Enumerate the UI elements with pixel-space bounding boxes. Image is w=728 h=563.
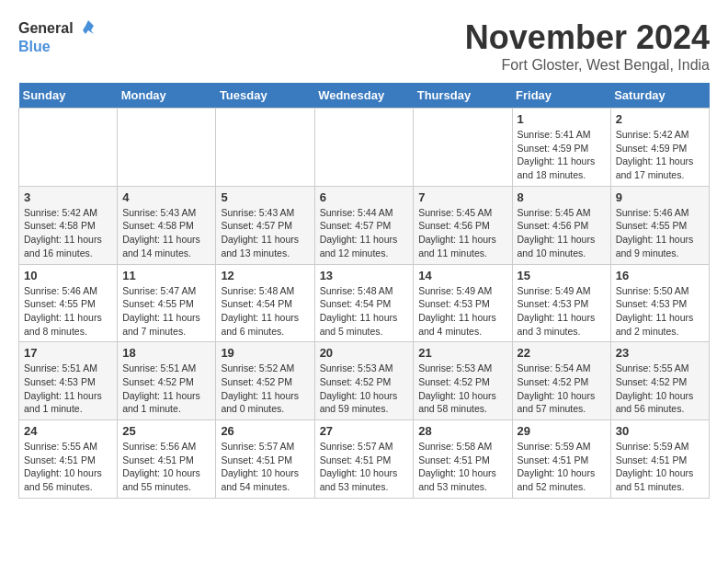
day-info: Sunrise: 5:54 AM Sunset: 4:52 PM Dayligh… [518,362,606,416]
day-info: Sunrise: 5:45 AM Sunset: 4:56 PM Dayligh… [418,206,506,260]
day-number: 7 [418,190,506,204]
calendar-cell: 19Sunrise: 5:52 AM Sunset: 4:52 PM Dayli… [216,342,314,420]
day-info: Sunrise: 5:41 AM Sunset: 4:59 PM Dayligh… [518,128,606,182]
calendar-week-row: 24Sunrise: 5:55 AM Sunset: 4:51 PM Dayli… [19,420,710,499]
day-info: Sunrise: 5:44 AM Sunset: 4:57 PM Dayligh… [320,206,409,260]
calendar-cell [118,109,216,187]
day-number: 10 [24,269,112,282]
header: General Blue November 2024 Fort Gloster,… [18,18,710,74]
calendar-cell: 10Sunrise: 5:46 AM Sunset: 4:55 PM Dayli… [19,264,118,342]
calendar-cell: 14Sunrise: 5:49 AM Sunset: 4:53 PM Dayli… [414,264,512,342]
calendar-cell: 29Sunrise: 5:59 AM Sunset: 4:51 PM Dayli… [512,420,610,499]
calendar-cell: 26Sunrise: 5:57 AM Sunset: 4:51 PM Dayli… [216,420,314,499]
day-info: Sunrise: 5:50 AM Sunset: 4:53 PM Dayligh… [616,284,704,339]
day-number: 14 [418,269,506,282]
day-number: 28 [418,424,506,438]
calendar-col-header: Monday [118,83,216,109]
day-info: Sunrise: 5:51 AM Sunset: 4:52 PM Dayligh… [122,362,210,416]
calendar-cell: 7Sunrise: 5:45 AM Sunset: 4:56 PM Daylig… [414,186,512,264]
calendar-week-row: 10Sunrise: 5:46 AM Sunset: 4:55 PM Dayli… [19,264,710,342]
calendar-cell: 27Sunrise: 5:57 AM Sunset: 4:51 PM Dayli… [314,420,414,499]
day-number: 2 [616,112,704,126]
day-info: Sunrise: 5:45 AM Sunset: 4:56 PM Dayligh… [518,206,606,260]
day-number: 3 [24,190,112,204]
calendar-cell: 9Sunrise: 5:46 AM Sunset: 4:55 PM Daylig… [610,186,709,264]
calendar-cell: 2Sunrise: 5:42 AM Sunset: 4:59 PM Daylig… [610,109,709,187]
day-info: Sunrise: 5:53 AM Sunset: 4:52 PM Dayligh… [418,362,506,416]
day-number: 16 [616,269,704,282]
day-info: Sunrise: 5:59 AM Sunset: 4:51 PM Dayligh… [518,440,606,494]
calendar-cell: 18Sunrise: 5:51 AM Sunset: 4:52 PM Dayli… [118,342,216,420]
day-number: 23 [616,346,704,360]
calendar-cell: 20Sunrise: 5:53 AM Sunset: 4:52 PM Dayli… [314,342,414,420]
day-info: Sunrise: 5:55 AM Sunset: 4:51 PM Dayligh… [24,440,112,494]
day-number: 29 [518,424,606,438]
day-number: 25 [122,424,210,438]
calendar-week-row: 1Sunrise: 5:41 AM Sunset: 4:59 PM Daylig… [19,109,710,187]
day-info: Sunrise: 5:42 AM Sunset: 4:58 PM Dayligh… [24,206,112,260]
day-number: 18 [122,346,210,360]
subtitle: Fort Gloster, West Bengal, India [465,57,710,74]
day-info: Sunrise: 5:49 AM Sunset: 4:53 PM Dayligh… [418,284,506,339]
day-info: Sunrise: 5:57 AM Sunset: 4:51 PM Dayligh… [221,440,309,494]
day-info: Sunrise: 5:55 AM Sunset: 4:52 PM Dayligh… [616,362,704,416]
day-info: Sunrise: 5:51 AM Sunset: 4:53 PM Dayligh… [24,362,112,416]
calendar-table: SundayMondayTuesdayWednesdayThursdayFrid… [18,83,710,499]
day-number: 13 [320,269,409,282]
day-number: 19 [221,346,309,360]
day-info: Sunrise: 5:53 AM Sunset: 4:52 PM Dayligh… [320,362,409,416]
calendar-cell [216,109,314,187]
calendar-cell: 28Sunrise: 5:58 AM Sunset: 4:51 PM Dayli… [414,420,512,499]
day-number: 15 [518,269,606,282]
calendar-cell [19,109,118,187]
day-number: 6 [320,190,409,204]
calendar-cell: 6Sunrise: 5:44 AM Sunset: 4:57 PM Daylig… [314,186,414,264]
day-info: Sunrise: 5:47 AM Sunset: 4:55 PM Dayligh… [122,284,210,339]
day-info: Sunrise: 5:56 AM Sunset: 4:51 PM Dayligh… [122,440,210,494]
calendar-header-row: SundayMondayTuesdayWednesdayThursdayFrid… [19,83,710,109]
day-info: Sunrise: 5:48 AM Sunset: 4:54 PM Dayligh… [320,284,409,339]
calendar-cell: 13Sunrise: 5:48 AM Sunset: 4:54 PM Dayli… [314,264,414,342]
day-info: Sunrise: 5:46 AM Sunset: 4:55 PM Dayligh… [616,206,704,260]
calendar-col-header: Wednesday [314,83,414,109]
day-number: 22 [518,346,606,360]
day-info: Sunrise: 5:43 AM Sunset: 4:57 PM Dayligh… [221,206,309,260]
day-number: 8 [518,190,606,204]
month-title: November 2024 [465,18,710,57]
calendar-cell: 16Sunrise: 5:50 AM Sunset: 4:53 PM Dayli… [610,264,709,342]
svg-marker-0 [83,20,94,34]
day-number: 24 [24,424,112,438]
day-number: 21 [418,346,506,360]
day-number: 17 [24,346,112,360]
calendar-cell: 3Sunrise: 5:42 AM Sunset: 4:58 PM Daylig… [19,186,118,264]
calendar-cell: 12Sunrise: 5:48 AM Sunset: 4:54 PM Dayli… [216,264,314,342]
day-number: 5 [221,190,309,204]
calendar-col-header: Friday [512,83,610,109]
day-info: Sunrise: 5:49 AM Sunset: 4:53 PM Dayligh… [518,284,606,339]
calendar-cell [414,109,512,187]
day-info: Sunrise: 5:57 AM Sunset: 4:51 PM Dayligh… [320,440,409,494]
calendar-cell: 8Sunrise: 5:45 AM Sunset: 4:56 PM Daylig… [512,186,610,264]
calendar-col-header: Tuesday [216,83,314,109]
day-number: 1 [518,112,606,126]
calendar-cell: 30Sunrise: 5:59 AM Sunset: 4:51 PM Dayli… [610,420,709,499]
calendar-col-header: Saturday [610,83,709,109]
day-number: 26 [221,424,309,438]
calendar-week-row: 3Sunrise: 5:42 AM Sunset: 4:58 PM Daylig… [19,186,710,264]
day-info: Sunrise: 5:42 AM Sunset: 4:59 PM Dayligh… [616,128,704,182]
day-info: Sunrise: 5:58 AM Sunset: 4:51 PM Dayligh… [418,440,506,494]
calendar-cell: 5Sunrise: 5:43 AM Sunset: 4:57 PM Daylig… [216,186,314,264]
calendar-cell [314,109,414,187]
day-number: 4 [122,190,210,204]
calendar-col-header: Thursday [414,83,512,109]
day-number: 30 [616,424,704,438]
calendar-col-header: Sunday [19,83,118,109]
calendar-body: 1Sunrise: 5:41 AM Sunset: 4:59 PM Daylig… [19,109,710,499]
day-number: 27 [320,424,409,438]
logo: General Blue [18,18,96,55]
calendar-cell: 24Sunrise: 5:55 AM Sunset: 4:51 PM Dayli… [19,420,118,499]
calendar-cell: 23Sunrise: 5:55 AM Sunset: 4:52 PM Dayli… [610,342,709,420]
day-info: Sunrise: 5:46 AM Sunset: 4:55 PM Dayligh… [24,284,112,339]
calendar-week-row: 17Sunrise: 5:51 AM Sunset: 4:53 PM Dayli… [19,342,710,420]
day-number: 20 [320,346,409,360]
